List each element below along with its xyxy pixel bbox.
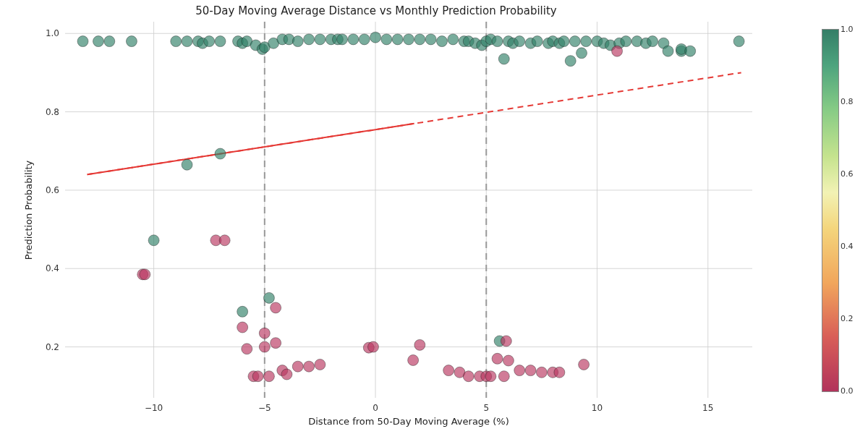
svg-point-87 bbox=[581, 36, 592, 47]
x-axis-label: Distance from 50-Day Moving Average (%) bbox=[65, 416, 752, 427]
svg-point-136 bbox=[536, 367, 547, 378]
svg-point-97 bbox=[663, 46, 673, 56]
svg-point-32 bbox=[182, 36, 192, 47]
svg-point-61 bbox=[404, 34, 414, 45]
svg-point-64 bbox=[436, 36, 447, 47]
svg-point-123 bbox=[414, 339, 425, 350]
svg-point-50 bbox=[292, 36, 303, 47]
svg-text:0.4: 0.4 bbox=[46, 263, 59, 273]
svg-point-133 bbox=[503, 355, 514, 366]
svg-point-40 bbox=[237, 306, 248, 317]
chart-title: 50-Day Moving Average Distance vs Monthl… bbox=[0, 4, 752, 17]
svg-point-51 bbox=[304, 34, 315, 45]
svg-point-62 bbox=[414, 34, 425, 45]
y-axis-label: Prediction Probability bbox=[22, 22, 36, 398]
svg-point-130 bbox=[492, 353, 503, 364]
svg-point-106 bbox=[237, 322, 248, 333]
svg-point-30 bbox=[148, 235, 159, 246]
chart-figure: 50-Day Moving Average Distance vs Monthl… bbox=[0, 0, 868, 434]
svg-point-85 bbox=[569, 36, 580, 47]
svg-point-46 bbox=[263, 292, 274, 303]
svg-point-95 bbox=[647, 36, 658, 47]
svg-point-109 bbox=[252, 371, 263, 382]
svg-point-129 bbox=[485, 371, 496, 382]
svg-point-139 bbox=[579, 359, 590, 370]
svg-point-112 bbox=[263, 371, 274, 382]
svg-point-52 bbox=[315, 34, 326, 45]
svg-text:15: 15 bbox=[702, 403, 713, 413]
svg-point-72 bbox=[492, 36, 503, 47]
svg-line-25 bbox=[88, 124, 414, 174]
svg-point-28 bbox=[104, 36, 115, 47]
svg-text:1.0: 1.0 bbox=[46, 28, 59, 38]
svg-point-111 bbox=[259, 328, 270, 339]
plot-area: 0.20.40.60.81.0−10−5051015 bbox=[65, 22, 752, 398]
svg-point-92 bbox=[621, 36, 631, 47]
svg-point-33 bbox=[182, 159, 192, 170]
svg-point-135 bbox=[525, 365, 536, 376]
svg-point-58 bbox=[370, 32, 381, 43]
svg-point-105 bbox=[219, 235, 230, 246]
svg-point-117 bbox=[292, 361, 303, 372]
svg-point-36 bbox=[204, 36, 215, 47]
svg-point-114 bbox=[271, 302, 281, 313]
svg-text:5: 5 bbox=[483, 403, 489, 413]
svg-point-83 bbox=[558, 36, 569, 47]
svg-point-122 bbox=[408, 355, 419, 366]
svg-point-27 bbox=[93, 36, 103, 47]
svg-point-29 bbox=[126, 36, 137, 47]
svg-point-56 bbox=[348, 34, 359, 45]
colorbar bbox=[822, 29, 839, 392]
svg-point-126 bbox=[463, 371, 474, 382]
svg-point-86 bbox=[576, 48, 587, 59]
svg-text:0.8: 0.8 bbox=[46, 107, 59, 117]
svg-point-138 bbox=[554, 367, 565, 378]
svg-point-59 bbox=[381, 34, 392, 45]
svg-point-79 bbox=[532, 36, 542, 47]
svg-point-110 bbox=[259, 341, 270, 352]
svg-point-140 bbox=[612, 46, 623, 56]
svg-point-134 bbox=[514, 365, 525, 376]
svg-point-131 bbox=[498, 371, 509, 382]
svg-text:0: 0 bbox=[373, 403, 378, 413]
svg-point-26 bbox=[77, 36, 88, 47]
svg-point-121 bbox=[367, 341, 378, 352]
svg-point-132 bbox=[501, 336, 511, 346]
svg-point-113 bbox=[271, 338, 281, 349]
svg-point-37 bbox=[215, 148, 226, 159]
svg-text:10: 10 bbox=[592, 403, 603, 413]
svg-rect-141 bbox=[65, 22, 752, 398]
svg-point-63 bbox=[425, 34, 436, 45]
svg-text:0.6: 0.6 bbox=[46, 185, 59, 195]
svg-point-119 bbox=[315, 359, 326, 370]
svg-point-100 bbox=[685, 46, 696, 56]
svg-text:−5: −5 bbox=[258, 403, 271, 413]
svg-point-116 bbox=[281, 369, 292, 380]
svg-text:−10: −10 bbox=[145, 403, 163, 413]
svg-point-101 bbox=[733, 36, 744, 47]
svg-text:0.2: 0.2 bbox=[46, 342, 59, 352]
svg-point-84 bbox=[565, 56, 576, 67]
svg-point-124 bbox=[443, 365, 454, 376]
svg-point-107 bbox=[242, 344, 252, 354]
svg-point-103 bbox=[140, 269, 150, 280]
svg-point-118 bbox=[304, 361, 315, 372]
svg-point-74 bbox=[498, 54, 509, 64]
svg-point-60 bbox=[392, 34, 403, 45]
svg-point-77 bbox=[514, 36, 525, 47]
svg-point-57 bbox=[359, 34, 370, 45]
svg-point-55 bbox=[337, 34, 348, 45]
svg-point-65 bbox=[448, 34, 459, 45]
colorbar-ticks: 0.00.20.40.60.81.0 bbox=[841, 29, 861, 391]
svg-point-31 bbox=[171, 36, 182, 47]
svg-point-38 bbox=[215, 36, 226, 47]
